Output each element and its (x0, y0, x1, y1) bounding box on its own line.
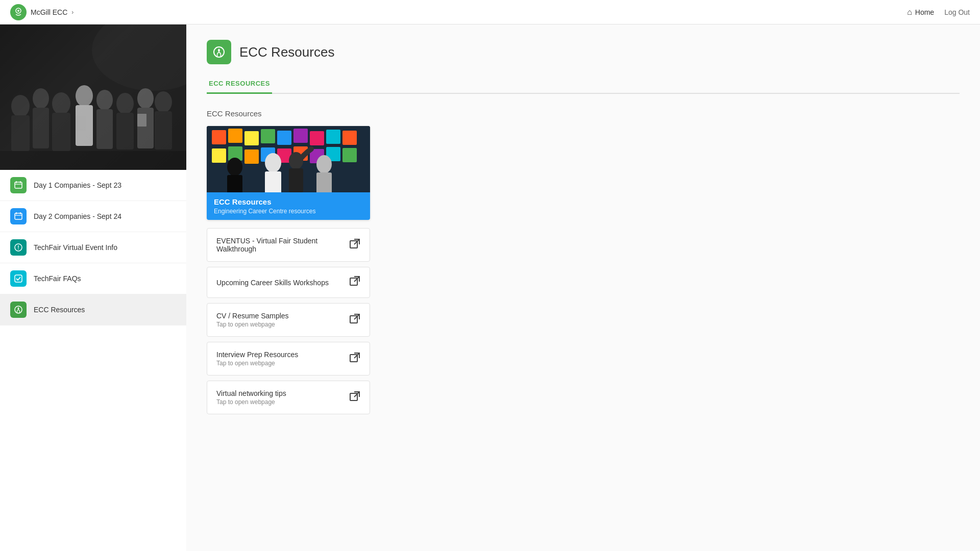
page-header: ECC Resources (207, 40, 960, 64)
day2-icon (10, 208, 27, 224)
svg-rect-46 (342, 131, 357, 145)
interview-prep-external-icon (349, 352, 360, 366)
main-content: ECC Resources ECC RESOURCES ECC Resource… (186, 24, 980, 551)
networking-title: Virtual networking tips (216, 389, 343, 397)
ecc-resources-card-title: ECC Resources (214, 197, 363, 206)
page-header-icon (207, 40, 231, 64)
sidebar-hero-image (0, 24, 186, 170)
home-link[interactable]: ⌂ Home (907, 8, 934, 17)
svg-rect-43 (293, 129, 308, 143)
svg-rect-47 (212, 148, 226, 163)
svg-rect-63 (289, 168, 303, 192)
svg-rect-20 (76, 116, 86, 131)
workshops-title: Upcoming Career Skills Workshops (216, 279, 343, 287)
svg-rect-59 (265, 171, 281, 192)
svg-rect-21 (137, 114, 146, 127)
svg-point-1 (17, 10, 19, 12)
top-navigation: McGill ECC › ⌂ Home Log Out (0, 0, 980, 24)
svg-rect-19 (155, 111, 172, 149)
svg-rect-15 (116, 113, 134, 149)
eventus-title: EVENTUS - Virtual Fair Student Walkthrou… (216, 237, 343, 253)
svg-rect-40 (244, 131, 259, 145)
cv-resume-subtitle: Tap to open webpage (216, 321, 343, 328)
cv-resume-external-icon (349, 313, 360, 327)
svg-rect-49 (244, 149, 259, 164)
svg-point-10 (76, 85, 93, 107)
home-label: Home (915, 8, 934, 16)
workshops-external-icon (349, 276, 360, 289)
svg-rect-22 (0, 151, 186, 170)
resource-link-cv-resume[interactable]: CV / Resume Samples Tap to open webpage (207, 303, 370, 337)
ecc-resources-image-card[interactable]: ECC Resources Engineering Career Centre … (207, 126, 370, 220)
sidebar-item-ecc-resources[interactable]: ECC Resources (0, 294, 186, 325)
svg-point-8 (52, 92, 70, 115)
home-icon: ⌂ (907, 8, 912, 17)
svg-rect-44 (310, 131, 324, 145)
techfair-info-icon: ! (10, 239, 27, 256)
day1-icon (10, 177, 27, 193)
svg-rect-5 (11, 115, 30, 151)
ecc-resources-card-image (207, 126, 370, 192)
tab-bar: ECC RESOURCES (207, 74, 960, 94)
svg-point-56 (227, 158, 242, 176)
networking-content: Virtual networking tips Tap to open webp… (216, 389, 343, 406)
svg-point-6 (33, 88, 49, 109)
svg-rect-33 (15, 275, 22, 282)
ecc-resources-icon (10, 302, 27, 318)
resource-link-networking[interactable]: Virtual networking tips Tap to open webp… (207, 381, 370, 414)
page-title: ECC Resources (239, 44, 334, 60)
svg-point-60 (316, 155, 332, 173)
interview-prep-title: Interview Prep Resources (216, 350, 343, 359)
nav-app-title: McGill ECC (31, 8, 67, 16)
svg-rect-45 (326, 130, 340, 144)
networking-subtitle: Tap to open webpage (216, 398, 343, 406)
svg-rect-9 (52, 113, 70, 151)
svg-point-58 (265, 153, 281, 172)
nav-chevron-icon: › (71, 9, 74, 16)
ecc-resources-card-body: ECC Resources Engineering Career Centre … (207, 192, 370, 220)
svg-point-16 (137, 88, 154, 109)
sidebar-nav: Day 1 Companies - Sept 23 Day 2 Companie… (0, 170, 186, 551)
svg-rect-13 (96, 109, 113, 149)
interview-prep-content: Interview Prep Resources Tap to open web… (216, 350, 343, 367)
sidebar-day1-label: Day 1 Companies - Sept 23 (34, 181, 121, 189)
svg-rect-61 (316, 172, 332, 192)
svg-rect-42 (277, 131, 291, 145)
sidebar-item-day1[interactable]: Day 1 Companies - Sept 23 (0, 170, 186, 201)
cv-resume-content: CV / Resume Samples Tap to open webpage (216, 312, 343, 328)
svg-rect-55 (342, 148, 357, 162)
ecc-resources-card-subtitle: Engineering Career Centre resources (214, 208, 363, 215)
svg-rect-7 (33, 108, 49, 148)
section-title: ECC Resources (207, 109, 960, 118)
networking-external-icon (349, 391, 360, 405)
techfair-faqs-icon (10, 270, 27, 287)
resource-link-workshops[interactable]: Upcoming Career Skills Workshops (207, 267, 370, 298)
svg-point-12 (96, 90, 113, 110)
sidebar-item-day2[interactable]: Day 2 Companies - Sept 24 (0, 201, 186, 232)
logout-button[interactable]: Log Out (944, 8, 970, 16)
svg-rect-38 (212, 130, 226, 144)
svg-rect-39 (228, 129, 242, 143)
svg-point-14 (116, 93, 134, 114)
sidebar-day2-label: Day 2 Companies - Sept 24 (34, 212, 121, 220)
svg-point-4 (11, 95, 30, 117)
svg-rect-23 (15, 182, 22, 188)
svg-text:!: ! (17, 245, 19, 251)
interview-prep-subtitle: Tap to open webpage (216, 360, 343, 367)
eventus-content: EVENTUS - Virtual Fair Student Walkthrou… (216, 237, 343, 253)
nav-left: McGill ECC › (10, 4, 74, 20)
sidebar-ecc-resources-label: ECC Resources (34, 306, 85, 314)
resource-link-eventus[interactable]: EVENTUS - Virtual Fair Student Walkthrou… (207, 228, 370, 262)
svg-rect-27 (15, 213, 22, 219)
sidebar-techfair-info-label: TechFair Virtual Event Info (34, 243, 117, 252)
crowd-illustration (0, 24, 186, 170)
main-layout: Day 1 Companies - Sept 23 Day 2 Companie… (0, 24, 980, 551)
sidebar-item-techfair-info[interactable]: ! TechFair Virtual Event Info (0, 232, 186, 263)
svg-point-18 (155, 91, 172, 113)
sidebar-item-techfair-faqs[interactable]: TechFair FAQs (0, 263, 186, 294)
cv-resume-title: CV / Resume Samples (216, 312, 343, 320)
workshops-content: Upcoming Career Skills Workshops (216, 279, 343, 287)
resource-link-interview-prep[interactable]: Interview Prep Resources Tap to open web… (207, 342, 370, 375)
tab-ecc-resources[interactable]: ECC RESOURCES (207, 74, 272, 94)
nav-right: ⌂ Home Log Out (907, 8, 970, 17)
